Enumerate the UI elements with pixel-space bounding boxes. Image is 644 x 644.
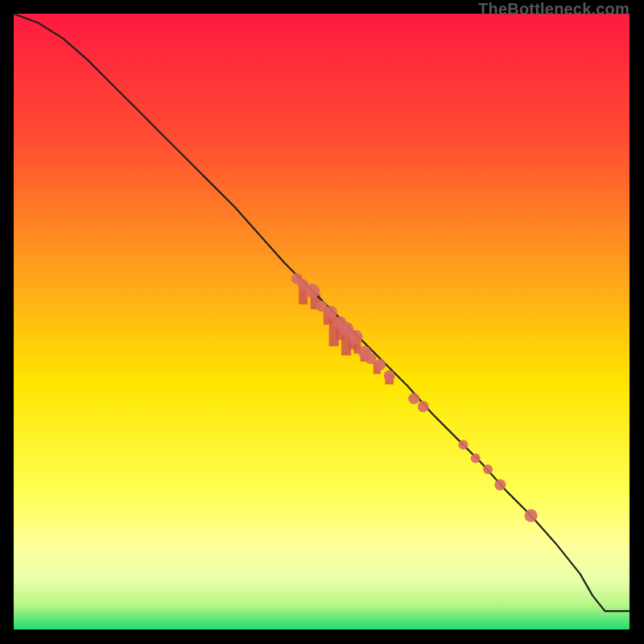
- svg-point-21: [365, 353, 377, 364]
- svg-point-24: [408, 393, 419, 404]
- svg-point-26: [458, 440, 468, 450]
- svg-point-27: [471, 453, 481, 463]
- svg-point-29: [494, 479, 506, 490]
- bottleneck-chart: [14, 14, 630, 630]
- svg-point-30: [525, 509, 538, 522]
- svg-point-19: [349, 330, 363, 345]
- svg-point-28: [483, 464, 493, 474]
- watermark-label: TheBottleneck.com: [478, 0, 630, 19]
- svg-point-23: [384, 370, 395, 382]
- svg-point-25: [418, 401, 429, 412]
- svg-point-22: [374, 359, 386, 370]
- svg-point-14: [305, 283, 320, 298]
- svg-point-16: [324, 306, 337, 319]
- svg-rect-0: [14, 14, 630, 630]
- chart-svg: [14, 14, 630, 630]
